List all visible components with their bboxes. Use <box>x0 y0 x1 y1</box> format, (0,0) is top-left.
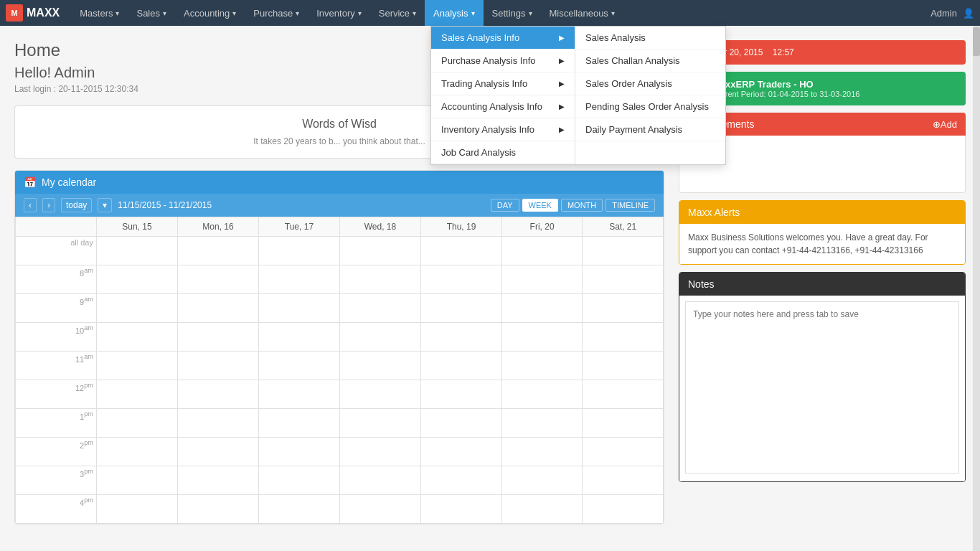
time-row-2pm: 2pm <box>16 438 664 466</box>
view-timeline-button[interactable]: TIMELINE <box>606 199 655 212</box>
user-icon[interactable]: 👤 <box>963 8 974 19</box>
nav-item-inventory[interactable]: Inventory ▾ <box>308 0 369 26</box>
chevron-down-icon: ▾ <box>471 9 475 17</box>
time-9am: 9am <box>16 294 97 323</box>
allday-sat[interactable] <box>583 237 664 265</box>
scroll-thumb[interactable] <box>973 27 980 56</box>
alerts-section: Maxx Alerts Maxx Business Solutions welc… <box>679 200 966 265</box>
analysis-dropdown: Sales Analysis Info ▶ Purchase Analysis … <box>430 26 726 165</box>
nav-item-miscellaneous[interactable]: Miscellaneous ▾ <box>541 0 623 26</box>
admin-label: Admin <box>930 8 957 19</box>
time-header <box>16 217 97 237</box>
dropdown-item-sales-analysis-info[interactable]: Sales Analysis Info ▶ <box>431 27 575 50</box>
time-3pm: 3pm <box>16 466 97 495</box>
chevron-down-icon: ▾ <box>163 9 166 17</box>
time-8am: 8am <box>16 265 97 294</box>
nav-item-accounting[interactable]: Accounting ▾ <box>175 0 245 26</box>
calendar-title: My calendar <box>42 176 96 188</box>
view-week-button[interactable]: WEEK <box>522 199 558 212</box>
alerts-header: Maxx Alerts <box>679 201 965 224</box>
day-fri: Fri, 20 <box>501 217 582 237</box>
chevron-down-icon: ▾ <box>232 9 236 17</box>
nav-item-sales[interactable]: Sales ▾ <box>128 0 175 26</box>
nav-item-settings[interactable]: Settings ▾ <box>484 0 541 26</box>
info-time: 12:57 <box>773 47 794 57</box>
notes-body <box>679 296 965 481</box>
allday-wed[interactable] <box>339 237 420 265</box>
dropdown-item-job-card-analysis[interactable]: Job Card Analysis <box>431 141 575 164</box>
allday-tue[interactable] <box>259 237 340 265</box>
calendar-header: 📅 My calendar <box>15 171 664 194</box>
dropdown-item-pending-sales-order-analysis[interactable]: Pending Sales Order Analysis <box>575 95 725 118</box>
nav-item-purchase[interactable]: Purchase ▾ <box>245 0 308 26</box>
dropdown-item-accounting-analysis-info[interactable]: Accounting Analysis Info ▶ <box>431 95 575 118</box>
calendar-grid: Sun, 15 Mon, 16 Tue, 17 Wed, 18 Thu, 19 … <box>15 217 664 524</box>
company-name: MaxxERP Traders - HO <box>712 79 859 90</box>
calendar-date-range: 11/15/2015 - 11/21/2015 <box>118 200 484 210</box>
brand[interactable]: M MAXX <box>6 4 60 22</box>
dropdown-item-trading-analysis-info[interactable]: Trading Analysis Info ▶ <box>431 72 575 95</box>
time-row-1pm: 1pm <box>16 409 664 438</box>
time-row-10am: 10am <box>16 323 664 352</box>
chevron-down-icon: ▾ <box>116 9 119 17</box>
chevron-right-icon: ▶ <box>559 80 565 88</box>
nav-item-masters[interactable]: Masters ▾ <box>71 0 128 26</box>
add-announcement-button[interactable]: ⊕Add <box>933 119 957 130</box>
calendar-container: 📅 My calendar ‹ › today ▾ 11/15/2015 - 1… <box>14 170 664 524</box>
time-row-12pm: 12pm <box>16 380 664 409</box>
nav-item-analysis[interactable]: Analysis ▾ <box>425 0 483 26</box>
day-tue: Tue, 17 <box>259 217 340 237</box>
allday-thu[interactable] <box>421 237 502 265</box>
scrollbar[interactable] <box>973 26 980 539</box>
allday-sun[interactable] <box>96 237 177 265</box>
dropdown-item-purchase-analysis-info[interactable]: Purchase Analysis Info ▶ <box>431 50 575 72</box>
calendar-view-btns: DAY WEEK MONTH TIMELINE <box>491 199 655 212</box>
chevron-right-icon: ▶ <box>559 103 565 110</box>
dropdown-primary: Sales Analysis Info ▶ Purchase Analysis … <box>431 27 575 164</box>
company-info: MaxxERP Traders - HO Current Period: 01-… <box>712 79 859 98</box>
dropdown-secondary: Sales Analysis Sales Challan Analysis Sa… <box>575 27 725 164</box>
time-4pm: 4pm <box>16 495 97 524</box>
time-row-9am: 9am <box>16 294 664 323</box>
nav-item-service[interactable]: Service ▾ <box>370 0 425 26</box>
brand-name: MAXX <box>27 6 60 19</box>
dropdown-item-sales-challan-analysis[interactable]: Sales Challan Analysis <box>575 50 725 72</box>
navbar: M MAXX Masters ▾ Sales ▾ Accounting ▾ Pu… <box>0 0 980 26</box>
company-period: Current Period: 01-04-2015 to 31-03-2016 <box>712 90 859 98</box>
dropdown-item-sales-analysis[interactable]: Sales Analysis <box>575 27 725 50</box>
dropdown-item-sales-order-analysis[interactable]: Sales Order Analysis <box>575 72 725 95</box>
day-wed: Wed, 18 <box>339 217 420 237</box>
chevron-down-icon: ▾ <box>529 9 532 17</box>
time-row-4pm: 4pm <box>16 495 664 524</box>
today-button[interactable]: today <box>61 198 92 212</box>
brand-logo: M <box>6 4 23 22</box>
nav-right: Admin 👤 <box>930 8 974 19</box>
time-row-11am: 11am <box>16 352 664 380</box>
time-row-8am: 8am <box>16 265 664 294</box>
view-month-button[interactable]: MONTH <box>561 199 603 212</box>
alerts-body: Maxx Business Solutions welcomes you. Ha… <box>679 224 965 264</box>
notes-textarea[interactable] <box>685 301 959 474</box>
calendar-nav: ‹ › today ▾ 11/15/2015 - 11/21/2015 DAY … <box>15 194 664 217</box>
chevron-right-icon: ▶ <box>559 57 565 65</box>
allday-fri[interactable] <box>501 237 582 265</box>
allday-mon[interactable] <box>177 237 258 265</box>
chevron-down-icon: ▾ <box>413 9 416 17</box>
nav-items: Masters ▾ Sales ▾ Accounting ▾ Purchase … <box>71 0 930 26</box>
calendar-icon: 📅 <box>24 176 36 188</box>
chevron-right-icon: ▶ <box>559 126 565 133</box>
view-day-button[interactable]: DAY <box>491 199 519 212</box>
chevron-down-icon: ▾ <box>296 9 299 17</box>
prev-button[interactable]: ‹ <box>24 198 37 212</box>
allday-row: all day <box>16 237 664 265</box>
next-button[interactable]: › <box>42 198 55 212</box>
dropdown-item-inventory-analysis-info[interactable]: Inventory Analysis Info ▶ <box>431 118 575 141</box>
time-11am: 11am <box>16 352 97 380</box>
chevron-right-icon: ▶ <box>559 34 565 42</box>
day-sun: Sun, 15 <box>96 217 177 237</box>
chevron-down-icon: ▾ <box>611 9 615 17</box>
dropdown-icon[interactable]: ▾ <box>98 198 112 212</box>
notes-header: Notes <box>679 273 965 296</box>
dropdown-item-daily-payment-analysis[interactable]: Daily Payment Analysis <box>575 118 725 141</box>
time-12pm: 12pm <box>16 380 97 409</box>
